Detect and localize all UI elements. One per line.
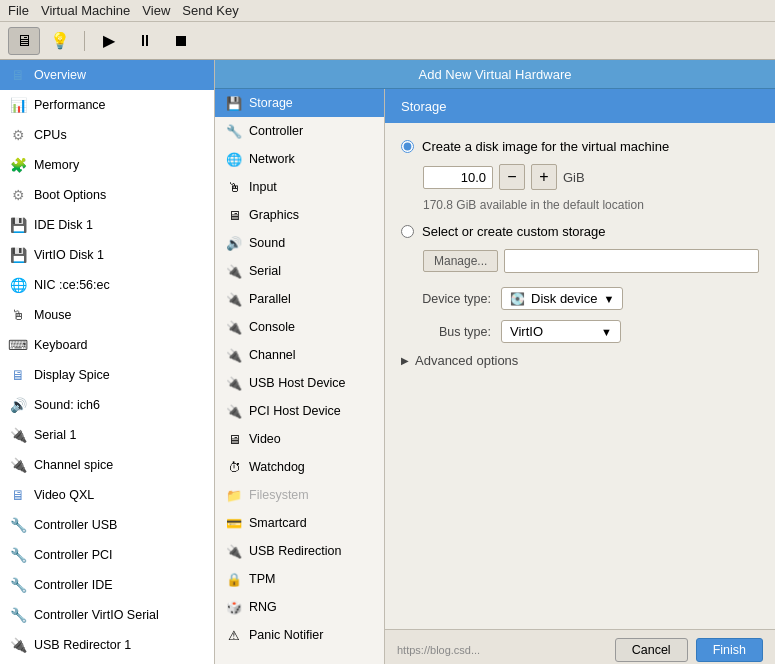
hw-net-icon: 🌐 (225, 150, 243, 168)
advanced-options-row[interactable]: ▶ Advanced options (401, 353, 759, 368)
hw-item-serial[interactable]: 🔌 Serial (215, 257, 384, 285)
sidebar-item-boot-options[interactable]: ⚙ Boot Options (0, 180, 214, 210)
hw-item-tpm[interactable]: 🔒 TPM (215, 565, 384, 593)
monitor-btn[interactable]: 🖥 (8, 27, 40, 55)
manage-button[interactable]: Manage... (423, 250, 498, 272)
radio-create-disk-label[interactable]: Create a disk image for the virtual mach… (422, 139, 669, 154)
hw-item-input[interactable]: 🖱 Input (215, 173, 384, 201)
ctrl-pci-icon: 🔧 (8, 545, 28, 565)
size-decrement-btn[interactable]: − (499, 164, 525, 190)
hw-label-parallel: Parallel (249, 292, 291, 306)
sidebar-item-serial-1[interactable]: 🔌 Serial 1 (0, 420, 214, 450)
keyboard-icon: ⌨ (8, 335, 28, 355)
sound-icon: 🔊 (8, 395, 28, 415)
menu-file[interactable]: File (8, 3, 29, 18)
hw-item-network[interactable]: 🌐 Network (215, 145, 384, 173)
size-increment-btn[interactable]: + (531, 164, 557, 190)
hw-item-sound[interactable]: 🔊 Sound (215, 229, 384, 257)
device-type-dropdown[interactable]: 💽 Disk device ▼ (501, 287, 623, 310)
pause-btn[interactable]: ⏸ (129, 27, 161, 55)
hw-item-panic[interactable]: ⚠ Panic Notifier (215, 621, 384, 649)
hw-item-usb-host[interactable]: 🔌 USB Host Device (215, 369, 384, 397)
hw-item-usb-redir[interactable]: 🔌 USB Redirection (215, 537, 384, 565)
sidebar-item-usb-redirector-1[interactable]: 🔌 USB Redirector 1 (0, 630, 214, 660)
hw-item-filesystem[interactable]: 📁 Filesystem (215, 481, 384, 509)
hw-label-panic: Panic Notifier (249, 628, 323, 642)
bus-type-label: Bus type: (401, 325, 491, 339)
sidebar-item-keyboard[interactable]: ⌨ Keyboard (0, 330, 214, 360)
hw-console-icon: 🔌 (225, 318, 243, 336)
size-row: − + GiB (423, 164, 759, 190)
hw-item-video[interactable]: 🖥 Video (215, 425, 384, 453)
hw-item-smartcard[interactable]: 💳 Smartcard (215, 509, 384, 537)
hw-item-graphics[interactable]: 🖥 Graphics (215, 201, 384, 229)
sidebar-item-controller-usb[interactable]: 🔧 Controller USB (0, 510, 214, 540)
hw-label-tpm: TPM (249, 572, 275, 586)
sidebar-item-controller-virtio[interactable]: 🔧 Controller VirtIO Serial (0, 600, 214, 630)
hw-item-channel[interactable]: 🔌 Channel (215, 341, 384, 369)
sidebar-item-performance[interactable]: 📊 Performance (0, 90, 214, 120)
stop-btn[interactable]: ⏹ (165, 27, 197, 55)
menu-vm[interactable]: Virtual Machine (41, 3, 130, 18)
advanced-arrow-icon: ▶ (401, 355, 409, 366)
sidebar-item-overview[interactable]: 🖥 Overview (0, 60, 214, 90)
sidebar-item-mouse[interactable]: 🖱 Mouse (0, 300, 214, 330)
radio-create-disk[interactable] (401, 140, 414, 153)
sidebar-item-ide-disk-1[interactable]: 💾 IDE Disk 1 (0, 210, 214, 240)
device-type-label: Device type: (401, 292, 491, 306)
sidebar-item-memory[interactable]: 🧩 Memory (0, 150, 214, 180)
finish-button[interactable]: Finish (696, 638, 763, 662)
sidebar-label-controller-virtio: Controller VirtIO Serial (34, 608, 159, 622)
hw-item-parallel[interactable]: 🔌 Parallel (215, 285, 384, 313)
sidebar-label-controller-ide: Controller IDE (34, 578, 113, 592)
sidebar-item-controller-ide[interactable]: 🔧 Controller IDE (0, 570, 214, 600)
sidebar-item-cpus[interactable]: ⚙ CPUs (0, 120, 214, 150)
radio-custom-storage-label[interactable]: Select or create custom storage (422, 224, 606, 239)
storage-icon: 💾 (225, 94, 243, 112)
sidebar-item-controller-pci[interactable]: 🔧 Controller PCI (0, 540, 214, 570)
hw-item-pci-host[interactable]: 🔌 PCI Host Device (215, 397, 384, 425)
sidebar-item-video-qxl[interactable]: 🖥 Video QXL (0, 480, 214, 510)
hw-label-serial: Serial (249, 264, 281, 278)
hw-video-icon: 🖥 (225, 430, 243, 448)
sidebar-item-nic[interactable]: 🌐 NIC :ce:56:ec (0, 270, 214, 300)
url-hint: https://blog.csd... (397, 644, 480, 656)
device-type-row: Device type: 💽 Disk device ▼ (401, 287, 759, 310)
nic-icon: 🌐 (8, 275, 28, 295)
hw-sound-icon: 🔊 (225, 234, 243, 252)
menu-view[interactable]: View (142, 3, 170, 18)
menu-sendkey[interactable]: Send Key (182, 3, 238, 18)
storage-path-input[interactable] (504, 249, 759, 273)
sidebar-label-ide-disk-1: IDE Disk 1 (34, 218, 93, 232)
hw-item-storage[interactable]: 💾 Storage (215, 89, 384, 117)
hw-item-controller[interactable]: 🔧 Controller (215, 117, 384, 145)
sidebar-item-usb-redirector-2[interactable]: 🔌 USB Redirector 2 (0, 660, 214, 664)
hw-label-channel: Channel (249, 348, 296, 362)
hw-rng-icon: 🎲 (225, 598, 243, 616)
main-container: 🖥 Overview 📊 Performance ⚙ CPUs 🧩 Memory… (0, 60, 775, 664)
lightbulb-btn[interactable]: 💡 (44, 27, 76, 55)
hw-label-sound: Sound (249, 236, 285, 250)
hw-item-rng[interactable]: 🎲 RNG (215, 593, 384, 621)
cancel-button[interactable]: Cancel (615, 638, 688, 662)
hw-item-watchdog[interactable]: ⏱ Watchdog (215, 453, 384, 481)
sidebar-item-display-spice[interactable]: 🖥 Display Spice (0, 360, 214, 390)
sidebar-item-sound-ich6[interactable]: 🔊 Sound: ich6 (0, 390, 214, 420)
cpus-icon: ⚙ (8, 125, 28, 145)
sidebar-item-virtio-disk-1[interactable]: 💾 VirtIO Disk 1 (0, 240, 214, 270)
storage-panel: Storage Create a disk image for the virt… (385, 89, 775, 664)
hw-usb-host-icon: 🔌 (225, 374, 243, 392)
play-btn[interactable]: ▶ (93, 27, 125, 55)
bus-type-dropdown[interactable]: VirtIO ▼ (501, 320, 621, 343)
performance-icon: 📊 (8, 95, 28, 115)
size-input[interactable] (423, 166, 493, 189)
panel-content: Create a disk image for the virtual mach… (385, 123, 775, 629)
sidebar-item-channel-spice[interactable]: 🔌 Channel spice (0, 450, 214, 480)
hw-item-console[interactable]: 🔌 Console (215, 313, 384, 341)
radio-custom-storage[interactable] (401, 225, 414, 238)
sidebar-label-serial-1: Serial 1 (34, 428, 76, 442)
hw-filesystem-icon: 📁 (225, 486, 243, 504)
bus-type-value: VirtIO (510, 324, 543, 339)
sidebar-label-performance: Performance (34, 98, 106, 112)
hw-input-icon: 🖱 (225, 178, 243, 196)
